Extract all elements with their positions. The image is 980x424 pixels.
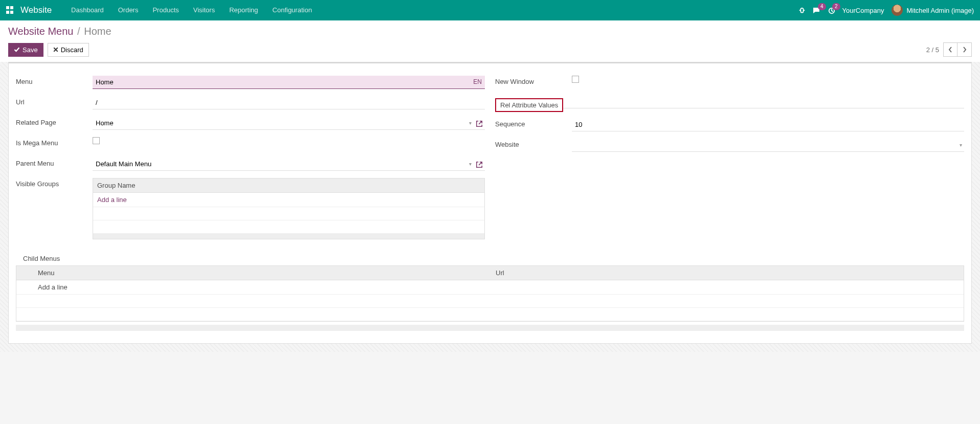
messages-icon[interactable]: 4 [813, 6, 821, 14]
label-rel-attribute: Rel Attribute Values [495, 98, 563, 112]
input-menu[interactable] [93, 76, 485, 89]
label-visible-groups: Visible Groups [16, 178, 93, 188]
breadcrumb: Website Menu / Home [0, 20, 980, 39]
input-rel-attribute[interactable] [563, 96, 964, 108]
related-external-icon[interactable] [474, 119, 485, 127]
chevron-left-icon [948, 47, 952, 53]
child-menus-table: Menu Url Add a line [16, 265, 964, 322]
label-mega-menu: Is Mega Menu [16, 137, 93, 147]
label-new-window: New Window [495, 76, 572, 85]
nav-configuration[interactable]: Configuration [265, 0, 319, 20]
lang-toggle[interactable]: EN [473, 78, 482, 85]
chevron-right-icon [963, 47, 967, 53]
label-menu: Menu [16, 76, 93, 85]
website-caret-icon[interactable]: ▾ [957, 142, 964, 148]
child-col-menu: Menu [34, 266, 492, 280]
label-url: Url [16, 96, 93, 106]
user-menu[interactable]: Mitchell Admin (image) [892, 5, 974, 16]
form-col-left: Menu EN Url Related Page [16, 76, 485, 246]
nav-visitors[interactable]: Visitors [186, 0, 222, 20]
messages-badge: 4 [818, 3, 826, 10]
input-related-page[interactable] [93, 117, 467, 129]
nav-reporting[interactable]: Reporting [222, 0, 265, 20]
avatar [892, 5, 903, 16]
nav-dashboard[interactable]: Dashboard [64, 0, 111, 20]
visible-groups-empty-row [93, 207, 484, 220]
nav-items: Dashboard Orders Products Visitors Repor… [64, 0, 319, 20]
label-website: Website [495, 139, 572, 148]
discard-button[interactable]: Discard [48, 43, 89, 57]
visible-groups-table: Group Name Add a line [93, 178, 485, 239]
child-menus-title: Child Menus [23, 255, 964, 262]
user-name: Mitchell Admin (image) [907, 7, 974, 14]
input-website[interactable] [572, 139, 957, 151]
visible-groups-scrollbar[interactable] [93, 234, 484, 239]
child-scrollbar[interactable] [16, 325, 964, 331]
parent-external-icon[interactable] [474, 160, 485, 168]
child-empty-row [16, 295, 964, 308]
child-add-line[interactable]: Add a line [38, 283, 68, 291]
checkbox-new-window[interactable] [572, 76, 579, 83]
parent-caret-icon[interactable]: ▾ [467, 161, 474, 167]
related-caret-icon[interactable]: ▾ [467, 120, 474, 126]
input-parent-menu[interactable] [93, 158, 467, 170]
nav-orders[interactable]: Orders [111, 0, 146, 20]
label-related-page: Related Page [16, 117, 93, 126]
pager-prev[interactable] [943, 42, 957, 57]
pager-text: 2 / 5 [926, 46, 939, 54]
pager: 2 / 5 [926, 42, 972, 57]
check-icon [14, 47, 20, 53]
child-empty-row [16, 308, 964, 321]
nav-right: 4 2 YourCompany Mitchell Admin (image) [798, 5, 974, 16]
input-sequence[interactable] [572, 118, 964, 131]
visible-groups-header: Group Name [93, 178, 484, 193]
activities-icon[interactable]: 2 [828, 6, 835, 14]
label-parent-menu: Parent Menu [16, 158, 93, 167]
form-sheet: Menu EN Url Related Page [8, 62, 972, 344]
breadcrumb-root[interactable]: Website Menu [8, 26, 73, 37]
apps-icon[interactable] [6, 6, 14, 14]
checkbox-mega-menu[interactable] [93, 137, 100, 144]
discard-label: Discard [61, 46, 83, 54]
visible-groups-add-line[interactable]: Add a line [97, 196, 127, 204]
activities-badge: 2 [832, 3, 840, 10]
bug-icon[interactable] [798, 6, 806, 14]
child-col-delete [949, 266, 964, 280]
action-bar: Save Discard 2 / 5 [0, 39, 980, 62]
child-col-handle [16, 266, 34, 280]
pager-next[interactable] [957, 42, 972, 57]
form-col-right: New Window Rel Attribute Values Sequence [495, 76, 964, 246]
save-label: Save [23, 46, 38, 54]
visible-groups-empty-row [93, 220, 484, 234]
close-icon [53, 47, 58, 52]
breadcrumb-sep: / [77, 26, 80, 37]
child-col-url: Url [492, 266, 949, 280]
breadcrumb-current: Home [84, 26, 111, 37]
top-navbar: Website Dashboard Orders Products Visito… [0, 0, 980, 20]
nav-products[interactable]: Products [145, 0, 186, 20]
label-sequence: Sequence [495, 118, 572, 128]
company-name[interactable]: YourCompany [842, 7, 884, 14]
save-button[interactable]: Save [8, 43, 43, 57]
brand-title[interactable]: Website [20, 5, 52, 15]
input-url[interactable] [93, 96, 485, 109]
